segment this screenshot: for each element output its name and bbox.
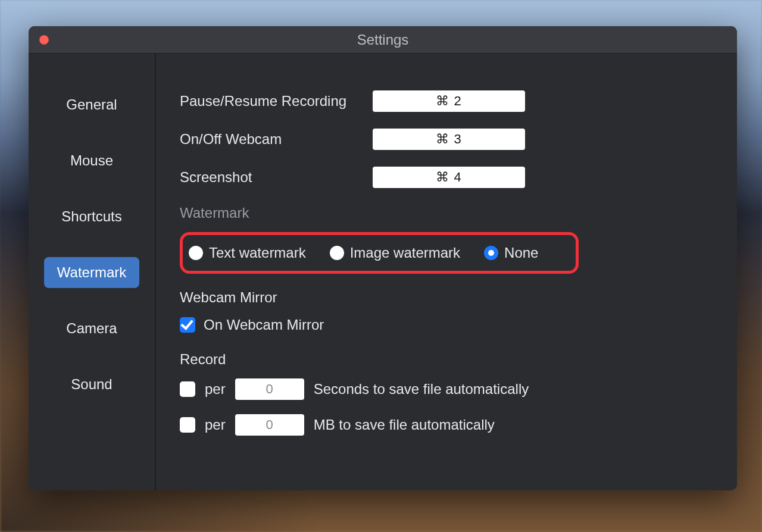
sidebar-item-camera[interactable]: Camera [44, 313, 139, 344]
shortcut-row-webcam: On/Off Webcam ⌘ 3 [180, 129, 713, 150]
sidebar-item-label: Sound [71, 376, 112, 393]
shortcut-input-screenshot[interactable]: ⌘ 4 [373, 167, 525, 188]
checkbox-record-mb[interactable] [180, 417, 195, 433]
record-row-seconds: per 0 Seconds to save file automatically [180, 378, 713, 400]
per-label: per [205, 381, 226, 398]
per-label: per [205, 417, 226, 433]
sidebar-item-general[interactable]: General [44, 89, 139, 120]
record-mb-suffix: MB to save file automatically [314, 417, 495, 433]
section-title-watermark: Watermark [180, 205, 713, 221]
section-title-record: Record [180, 351, 713, 368]
content-pane: Pause/Resume Recording ⌘ 2 On/Off Webcam… [156, 54, 737, 490]
shortcut-input-webcam[interactable]: ⌘ 3 [373, 129, 525, 150]
section-title-webcam-mirror: Webcam Mirror [180, 289, 713, 306]
radio-label: Text watermark [209, 245, 306, 261]
sidebar-item-label: Shortcuts [61, 208, 121, 225]
shortcut-input-pause-resume[interactable]: ⌘ 2 [373, 90, 525, 112]
shortcut-row-screenshot: Screenshot ⌘ 4 [180, 167, 713, 188]
radio-icon [330, 246, 344, 260]
shortcut-row-pause-resume: Pause/Resume Recording ⌘ 2 [180, 90, 713, 112]
record-row-mb: per 0 MB to save file automatically [180, 414, 713, 436]
radio-text-watermark[interactable]: Text watermark [189, 245, 306, 261]
sidebar: General Mouse Shortcuts Watermark Camera… [29, 54, 156, 490]
input-record-seconds[interactable]: 0 [235, 378, 304, 400]
settings-window: Settings General Mouse Shortcuts Waterma… [29, 26, 737, 490]
record-seconds-suffix: Seconds to save file automatically [314, 381, 529, 398]
sidebar-item-label: Camera [66, 320, 117, 337]
webcam-mirror-row: On Webcam Mirror [180, 317, 713, 333]
checkbox-label: On Webcam Mirror [204, 317, 324, 333]
sidebar-item-label: General [66, 96, 117, 113]
sidebar-item-label: Mouse [70, 152, 113, 169]
radio-image-watermark[interactable]: Image watermark [330, 245, 460, 261]
watermark-radio-group-highlight: Text watermark Image watermark None [180, 232, 579, 274]
sidebar-item-watermark[interactable]: Watermark [44, 257, 139, 288]
shortcut-label: Pause/Resume Recording [180, 93, 358, 109]
shortcut-label: Screenshot [180, 169, 358, 186]
radio-none-watermark[interactable]: None [484, 245, 538, 261]
sidebar-item-sound[interactable]: Sound [44, 369, 139, 400]
sidebar-item-mouse[interactable]: Mouse [44, 145, 139, 176]
input-record-mb[interactable]: 0 [235, 414, 304, 436]
sidebar-item-shortcuts[interactable]: Shortcuts [44, 201, 139, 232]
radio-icon [484, 246, 498, 260]
window-body: General Mouse Shortcuts Watermark Camera… [29, 54, 737, 490]
window-title: Settings [357, 32, 409, 48]
radio-label: Image watermark [350, 245, 460, 261]
radio-label: None [504, 245, 538, 261]
radio-icon [189, 246, 203, 260]
sidebar-item-label: Watermark [57, 264, 126, 281]
window-controls [39, 35, 49, 45]
titlebar: Settings [29, 26, 737, 54]
close-icon[interactable] [39, 35, 49, 45]
checkbox-webcam-mirror[interactable] [180, 317, 195, 333]
shortcut-label: On/Off Webcam [180, 131, 358, 148]
checkbox-record-seconds[interactable] [180, 381, 195, 397]
